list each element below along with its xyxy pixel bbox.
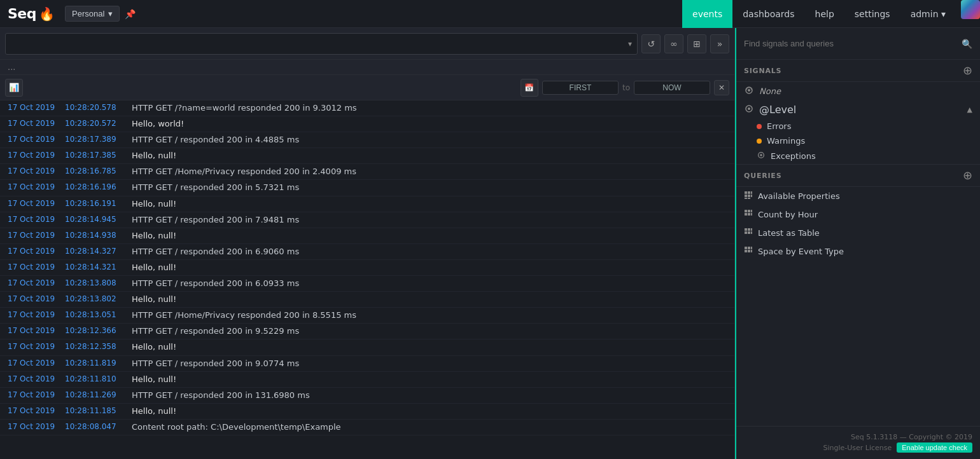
log-date: 17 Oct 2019	[8, 181, 65, 193]
add-signal-button[interactable]: ⊕	[963, 65, 972, 76]
avatar[interactable]	[961, 0, 980, 19]
search-bar: ▾ ↺ ∞ ⊞ »	[0, 28, 734, 60]
footer-license: Single-User License Enable update check	[744, 442, 972, 453]
right-footer: Seq 5.1.3118 — Copyright © 2019 Single-U…	[736, 426, 980, 459]
log-time: 10:28:20.578	[65, 101, 132, 114]
signal-label-errors: Errors	[767, 121, 791, 131]
license-text: Single-User License	[823, 444, 892, 452]
nav-link-help[interactable]: help	[805, 0, 844, 28]
log-area[interactable]: 17 Oct 201910:28:20.578HTTP GET /?name=w…	[0, 100, 734, 459]
signal-group-level-header[interactable]: @Level ▲	[736, 100, 980, 119]
log-date: 17 Oct 2019	[8, 245, 65, 257]
log-row[interactable]: 17 Oct 201910:28:17.389HTTP GET / respon…	[0, 132, 734, 148]
chart-toggle-button[interactable]: 📊	[5, 79, 23, 97]
log-time: 10:28:17.385	[65, 149, 132, 161]
search-icon: 🔍	[962, 39, 972, 49]
log-row[interactable]: 17 Oct 201910:28:11.819HTTP GET / respon…	[0, 356, 734, 372]
signal-item-none[interactable]: None	[736, 82, 980, 100]
log-date: 17 Oct 2019	[8, 149, 65, 161]
dot-warnings-icon	[757, 139, 762, 144]
link-button[interactable]: ∞	[664, 34, 683, 53]
log-time: 10:28:17.389	[65, 133, 132, 146]
svg-rect-22	[751, 228, 752, 231]
log-row[interactable]: 17 Oct 201910:28:13.808HTTP GET / respon…	[0, 276, 734, 292]
log-row[interactable]: 17 Oct 201910:28:20.572Hello, world!	[0, 116, 734, 132]
calendar-button[interactable]: 📅	[521, 79, 538, 97]
log-row[interactable]: 17 Oct 201910:28:16.196HTTP GET / respon…	[0, 180, 734, 196]
log-message: HTTP GET / responded 200 in 6.9060 ms	[132, 245, 727, 259]
query-item-available-properties[interactable]: Available Properties	[736, 187, 980, 205]
sub-signal-exceptions[interactable]: Exceptions	[736, 148, 980, 164]
log-date: 17 Oct 2019	[8, 165, 65, 177]
log-time: 10:28:14.321	[65, 261, 132, 273]
find-signals-input[interactable]	[744, 39, 956, 48]
svg-rect-21	[748, 228, 750, 231]
log-row[interactable]: 17 Oct 201910:28:17.385Hello, null!	[0, 148, 734, 164]
query-item-space-by-event-type[interactable]: Space by Event Type	[736, 242, 980, 261]
clear-time-button[interactable]: ✕	[714, 80, 729, 95]
time-from-input[interactable]	[542, 81, 619, 95]
log-row[interactable]: 17 Oct 201910:28:11.810Hello, null!	[0, 372, 734, 388]
nav-link-events[interactable]: events	[682, 0, 732, 28]
add-query-button[interactable]: ⊕	[963, 170, 972, 181]
sub-signal-warnings[interactable]: Warnings	[736, 134, 980, 148]
log-row[interactable]: 17 Oct 201910:28:14.938Hello, null!	[0, 228, 734, 244]
log-row[interactable]: 17 Oct 201910:28:20.578HTTP GET /?name=w…	[0, 100, 734, 116]
query-label-count-by-hour: Count by Hour	[758, 210, 818, 219]
search-input-wrap[interactable]: ▾	[5, 33, 638, 55]
query-grid-icon-count	[744, 209, 753, 220]
sub-signal-errors[interactable]: Errors	[736, 119, 980, 134]
signals-section-header: SIGNALS ⊕	[736, 60, 980, 82]
log-row[interactable]: 17 Oct 201910:28:16.785HTTP GET /Home/Pr…	[0, 164, 734, 180]
log-date: 17 Oct 2019	[8, 229, 65, 242]
log-row[interactable]: 17 Oct 201910:28:11.269HTTP GET / respon…	[0, 388, 734, 404]
log-message: HTTP GET / responded 200 in 7.9481 ms	[132, 213, 727, 227]
more-button[interactable]: »	[710, 34, 729, 53]
signals-title: SIGNALS	[744, 67, 781, 75]
signal-label-warnings: Warnings	[767, 136, 805, 146]
log-row[interactable]: 17 Oct 201910:28:14.327HTTP GET / respon…	[0, 244, 734, 260]
search-chevron-icon[interactable]: ▾	[628, 39, 632, 48]
chart-icon: 📊	[9, 83, 19, 92]
query-item-count-by-hour[interactable]: Count by Hour	[736, 205, 980, 224]
log-row[interactable]: 17 Oct 201910:28:12.366HTTP GET / respon…	[0, 324, 734, 339]
svg-rect-26	[745, 247, 747, 249]
query-item-latest-as-table[interactable]: Latest as Table	[736, 224, 980, 242]
nav-link-admin[interactable]: admin ▾	[900, 0, 956, 28]
log-message: HTTP GET / responded 200 in 4.4885 ms	[132, 133, 727, 147]
query-grid-icon-available	[744, 191, 753, 202]
log-row[interactable]: 17 Oct 201910:28:13.051HTTP GET /Home/Pr…	[0, 308, 734, 324]
chevron-up-icon: ▲	[967, 106, 972, 114]
log-row[interactable]: 17 Oct 201910:28:13.802Hello, null!	[0, 292, 734, 308]
calendar-icon: 📅	[524, 83, 534, 92]
log-row[interactable]: 17 Oct 201910:28:08.047Content root path…	[0, 420, 734, 435]
pin-icon[interactable]: 📌	[125, 9, 136, 19]
nav-link-dashboards[interactable]: dashboards	[732, 0, 804, 28]
log-row[interactable]: 17 Oct 201910:28:12.358Hello, null!	[0, 339, 734, 355]
time-to-input[interactable]	[634, 81, 710, 95]
enable-update-button[interactable]: Enable update check	[897, 442, 972, 453]
svg-rect-19	[751, 213, 752, 216]
log-date: 17 Oct 2019	[8, 340, 65, 353]
log-time: 10:28:14.938	[65, 229, 132, 242]
log-row[interactable]: 17 Oct 201910:28:14.945HTTP GET / respon…	[0, 212, 734, 228]
refresh-button[interactable]: ↺	[641, 34, 661, 53]
log-row[interactable]: 17 Oct 201910:28:11.185Hello, null!	[0, 404, 734, 420]
search-input[interactable]	[11, 39, 628, 48]
logo-flame: 🔥	[39, 6, 55, 22]
radio-icon-level	[744, 104, 754, 116]
nav-link-settings[interactable]: settings	[844, 0, 900, 28]
log-time: 10:28:11.810	[65, 373, 132, 385]
queries-section-header: QUERIES ⊕	[736, 165, 980, 187]
dot-errors-icon	[757, 124, 762, 129]
view-toggle-button[interactable]: ⊞	[687, 34, 706, 53]
log-row[interactable]: 17 Oct 201910:28:16.191Hello, null!	[0, 196, 734, 212]
log-date: 17 Oct 2019	[8, 213, 65, 226]
log-row[interactable]: 17 Oct 201910:28:14.321Hello, null!	[0, 260, 734, 276]
refresh-icon: ↺	[647, 39, 655, 49]
signal-group-level: @Level ▲ Errors Warnings	[736, 100, 980, 165]
top-navbar: Seq 🔥 Personal ▾ 📌 events dashboards hel…	[0, 0, 980, 28]
log-message: Content root path: C:\Development\temp\E…	[132, 420, 727, 434]
workspace-button[interactable]: Personal ▾	[65, 6, 120, 22]
left-panel: ▾ ↺ ∞ ⊞ » ... 📊 📅	[0, 28, 735, 459]
